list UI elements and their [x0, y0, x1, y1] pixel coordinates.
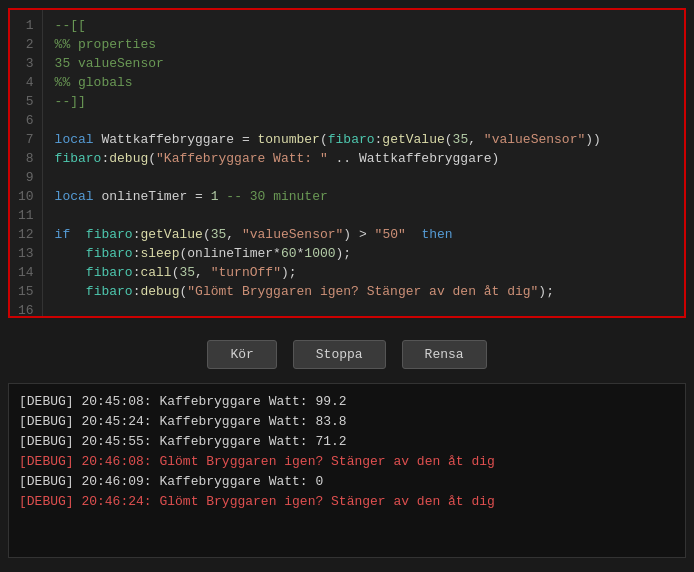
clear-button[interactable]: Rensa [402, 340, 487, 369]
debug-line: [DEBUG] 20:46:24: Glömt Bryggaren igen? … [19, 492, 675, 512]
debug-line: [DEBUG] 20:46:08: Glömt Bryggaren igen? … [19, 452, 675, 472]
line-numbers: 1 2 3 4 5 6 7 8 9 10 11 12 13 14 15 16 1… [10, 10, 43, 316]
toolbar: Kör Stoppa Rensa [0, 326, 694, 383]
debug-line: [DEBUG] 20:45:55: Kaffebryggare Watt: 71… [19, 432, 675, 452]
code-area[interactable]: 1 2 3 4 5 6 7 8 9 10 11 12 13 14 15 16 1… [10, 10, 684, 316]
code-content[interactable]: --[[ %% properties 35 valueSensor %% glo… [43, 10, 684, 316]
stop-button[interactable]: Stoppa [293, 340, 386, 369]
debug-container: [DEBUG] 20:45:08: Kaffebryggare Watt: 99… [8, 383, 686, 558]
editor-container: 1 2 3 4 5 6 7 8 9 10 11 12 13 14 15 16 1… [8, 8, 686, 318]
debug-line: [DEBUG] 20:46:09: Kaffebryggare Watt: 0 [19, 472, 675, 492]
debug-line: [DEBUG] 20:45:24: Kaffebryggare Watt: 83… [19, 412, 675, 432]
debug-line: [DEBUG] 20:45:08: Kaffebryggare Watt: 99… [19, 392, 675, 412]
run-button[interactable]: Kör [207, 340, 276, 369]
